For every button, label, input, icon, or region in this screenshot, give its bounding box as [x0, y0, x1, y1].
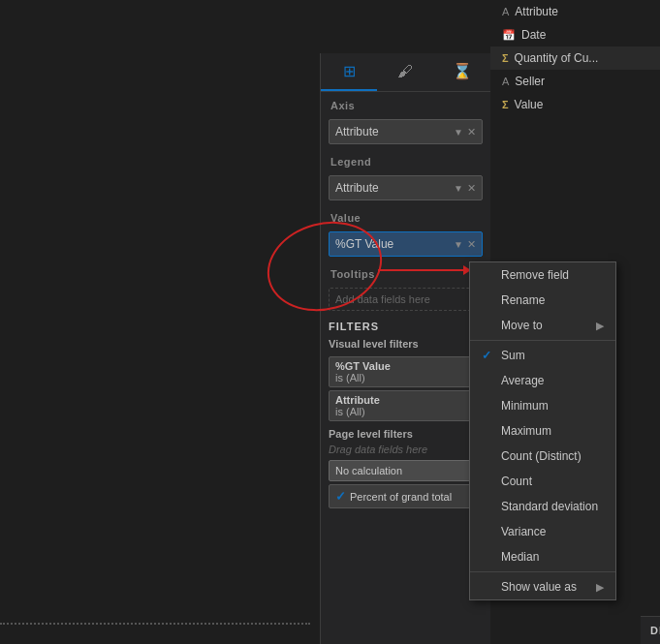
right-panel: A Attribute 📅 Date Σ Quantity of Cu... A… [490, 0, 660, 116]
field-seller[interactable]: A Seller [490, 70, 660, 93]
field-label: Date [521, 28, 546, 42]
dotted-separator [0, 623, 310, 625]
field-quantity[interactable]: Σ Quantity of Cu... [490, 46, 660, 70]
sigma-icon: Σ [502, 52, 509, 64]
field-date[interactable]: 📅 Date [490, 23, 660, 46]
no-calculation-option[interactable]: No calculation [329, 460, 483, 481]
value-field-remove[interactable]: ✕ [467, 238, 476, 251]
legend-field[interactable]: Attribute ▼ ✕ [329, 175, 483, 200]
field-label: Quantity of Cu... [515, 51, 599, 65]
menu-count-distinct[interactable]: Count (Distinct) [470, 444, 615, 469]
menu-sum[interactable]: ✓ Sum [470, 343, 615, 368]
menu-rename[interactable]: Rename [470, 288, 615, 313]
menu-show-value-as[interactable]: Show value as ▶ [470, 574, 615, 599]
visual-level-label: Visual level filters [321, 336, 490, 353]
remove-check [482, 268, 495, 282]
fields-tab-icon: ⊞ [343, 62, 356, 80]
menu-maximum[interactable]: Maximum [470, 418, 615, 444]
seller-icon: A [502, 76, 509, 87]
rename-check [482, 293, 495, 307]
analytics-tab-icon: ⌛ [453, 62, 472, 80]
filter-attribute[interactable]: Attribute is (All) [329, 390, 483, 421]
field-attribute-top[interactable]: A Attribute [490, 0, 660, 23]
legend-field-label: Attribute [335, 181, 379, 195]
filters-header: FILTERS [321, 315, 490, 336]
page-level-label: Page level filters [321, 424, 490, 442]
drag-placeholder: Drag data fields here [321, 442, 490, 457]
show-value-arrow: ▶ [596, 581, 604, 594]
sum-check: ✓ [482, 349, 495, 362]
context-menu: Remove field Rename Move to ▶ ✓ Sum Aver… [469, 261, 616, 600]
calendar-icon: 📅 [502, 29, 516, 42]
menu-sep-1 [470, 340, 615, 341]
menu-variance[interactable]: Variance [470, 519, 615, 544]
tooltips-section-header: Tooltips [321, 261, 490, 284]
value-section-header: Value [321, 204, 490, 228]
show-value-check [482, 580, 495, 594]
percent-check-icon: ✓ [335, 489, 346, 504]
menu-count[interactable]: Count [470, 469, 615, 494]
menu-move-to[interactable]: Move to ▶ [470, 313, 615, 338]
axis-field[interactable]: Attribute ▼ ✕ [329, 119, 483, 144]
axis-field-remove[interactable]: ✕ [467, 126, 476, 138]
value-field[interactable]: %GT Value ▼ ✕ [329, 231, 483, 257]
menu-sep-2 [470, 571, 615, 572]
percent-grand-total-option[interactable]: ✓ Percent of grand total [329, 484, 483, 508]
tab-fields[interactable]: ⊞ [321, 53, 377, 91]
minimum-check [482, 399, 495, 413]
attribute-icon: A [502, 6, 509, 17]
maximum-check [482, 424, 495, 438]
moveto-arrow: ▶ [596, 320, 604, 332]
menu-stdev[interactable]: Standard deviation [470, 494, 615, 519]
axis-section-header: Axis [321, 92, 490, 115]
value-field-arrow[interactable]: ▼ [454, 239, 463, 250]
field-label: Attribute [515, 5, 558, 18]
stdev-check [482, 500, 495, 513]
menu-minimum[interactable]: Minimum [470, 393, 615, 418]
viz-panel: ⊞ 🖌 ⌛ Axis Attribute ▼ ✕ Legend Attribut… [320, 53, 490, 644]
drillthrough-header: DRILLTHROUGH [641, 616, 660, 644]
viz-tabs: ⊞ 🖌 ⌛ [321, 53, 490, 92]
legend-section-header: Legend [321, 148, 490, 171]
filter-gtvalue[interactable]: %GT Value is (All) [329, 356, 483, 387]
tab-format[interactable]: 🖌 [377, 53, 433, 91]
field-label: Seller [515, 75, 545, 88]
moveto-check [482, 319, 495, 332]
count-check [482, 475, 495, 488]
axis-field-label: Attribute [335, 125, 379, 138]
tab-analytics[interactable]: ⌛ [434, 53, 490, 91]
legend-field-remove[interactable]: ✕ [467, 182, 476, 195]
field-label: Value [515, 98, 544, 111]
field-value[interactable]: Σ Value [490, 93, 660, 116]
menu-median[interactable]: Median [470, 544, 615, 569]
tooltips-placeholder: Add data fields here [329, 288, 483, 311]
average-check [482, 374, 495, 387]
format-tab-icon: 🖌 [397, 63, 413, 80]
count-distinct-check [482, 449, 495, 463]
value-field-label: %GT Value [335, 237, 393, 251]
menu-average[interactable]: Average [470, 368, 615, 393]
legend-field-arrow[interactable]: ▼ [454, 183, 463, 194]
axis-field-arrow[interactable]: ▼ [454, 127, 463, 138]
median-check [482, 550, 495, 564]
menu-remove-field[interactable]: Remove field [470, 262, 615, 288]
value-sigma-icon: Σ [502, 99, 509, 110]
variance-check [482, 525, 495, 538]
